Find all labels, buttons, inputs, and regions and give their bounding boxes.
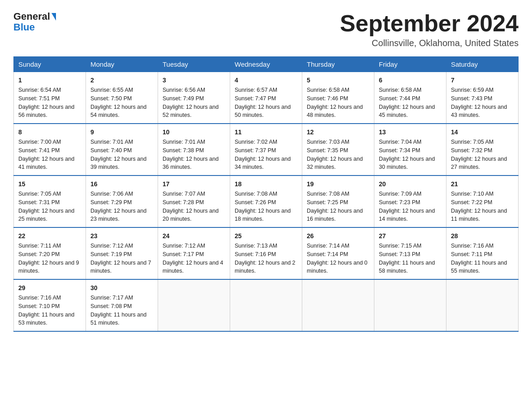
sunset-text: Sunset: 7:25 PM xyxy=(307,199,348,206)
daylight-text: Daylight: 12 hours and 50 minutes. xyxy=(235,104,291,119)
sunset-text: Sunset: 7:13 PM xyxy=(379,251,420,257)
location-subtitle: Collinsville, Oklahoma, United States xyxy=(340,38,519,48)
day-number: 25 xyxy=(235,231,297,241)
sunset-text: Sunset: 7:22 PM xyxy=(451,199,492,206)
logo-blue-label: Blue xyxy=(13,21,35,33)
sunrise-text: Sunrise: 6:59 AM xyxy=(451,87,493,93)
sunrise-text: Sunrise: 7:04 AM xyxy=(379,139,421,145)
sunrise-text: Sunrise: 6:56 AM xyxy=(163,87,205,93)
sunrise-text: Sunrise: 7:01 AM xyxy=(163,139,205,145)
sunrise-text: Sunrise: 7:13 AM xyxy=(235,243,277,249)
daylight-text: Daylight: 12 hours and 25 minutes. xyxy=(18,208,74,223)
col-friday: Friday xyxy=(374,57,446,72)
calendar-header-row: Sunday Monday Tuesday Wednesday Thursday… xyxy=(14,57,519,72)
sunset-text: Sunset: 7:10 PM xyxy=(18,303,60,309)
sunrise-text: Sunrise: 7:10 AM xyxy=(451,191,493,197)
calendar-week-row: 29Sunrise: 7:16 AMSunset: 7:10 PMDayligh… xyxy=(14,279,519,331)
col-saturday: Saturday xyxy=(446,57,519,72)
day-number: 30 xyxy=(90,283,153,293)
daylight-text: Daylight: 12 hours and 48 minutes. xyxy=(307,104,363,119)
day-number: 28 xyxy=(451,231,514,241)
daylight-text: Daylight: 12 hours and 2 minutes. xyxy=(235,260,296,274)
day-number: 4 xyxy=(235,76,297,85)
table-row: 29Sunrise: 7:16 AMSunset: 7:10 PMDayligh… xyxy=(14,279,86,331)
day-number: 5 xyxy=(307,76,369,85)
table-row: 10Sunrise: 7:01 AMSunset: 7:38 PMDayligh… xyxy=(158,124,230,176)
day-number: 8 xyxy=(18,128,81,137)
sunrise-text: Sunrise: 7:15 AM xyxy=(379,243,421,249)
table-row: 22Sunrise: 7:11 AMSunset: 7:20 PMDayligh… xyxy=(14,227,86,279)
table-row: 7Sunrise: 6:59 AMSunset: 7:43 PMDaylight… xyxy=(446,72,519,124)
table-row xyxy=(158,279,230,331)
daylight-text: Daylight: 11 hours and 55 minutes. xyxy=(451,260,507,274)
sunset-text: Sunset: 7:28 PM xyxy=(163,199,204,206)
table-row xyxy=(302,279,374,331)
sunset-text: Sunset: 7:23 PM xyxy=(379,199,420,206)
sunset-text: Sunset: 7:16 PM xyxy=(235,251,276,257)
table-row: 16Sunrise: 7:06 AMSunset: 7:29 PMDayligh… xyxy=(86,176,158,227)
title-block: September 2024 Collinsville, Oklahoma, U… xyxy=(340,11,519,48)
table-row: 2Sunrise: 6:55 AMSunset: 7:50 PMDaylight… xyxy=(86,72,158,124)
table-row: 9Sunrise: 7:01 AMSunset: 7:40 PMDaylight… xyxy=(86,124,158,176)
sunrise-text: Sunrise: 6:58 AM xyxy=(379,87,421,93)
daylight-text: Daylight: 12 hours and 34 minutes. xyxy=(235,156,291,171)
sunset-text: Sunset: 7:50 PM xyxy=(90,95,132,102)
sunrise-text: Sunrise: 7:02 AM xyxy=(235,139,277,145)
col-monday: Monday xyxy=(86,57,158,72)
sunset-text: Sunset: 7:44 PM xyxy=(379,95,420,102)
daylight-text: Daylight: 12 hours and 0 minutes. xyxy=(307,260,368,274)
sunset-text: Sunset: 7:20 PM xyxy=(18,251,60,257)
sunset-text: Sunset: 7:37 PM xyxy=(235,147,276,154)
daylight-text: Daylight: 12 hours and 16 minutes. xyxy=(307,208,363,223)
logo: GeneralBlue xyxy=(13,11,56,33)
table-row: 30Sunrise: 7:17 AMSunset: 7:08 PMDayligh… xyxy=(86,279,158,331)
col-wednesday: Wednesday xyxy=(230,57,302,72)
day-number: 6 xyxy=(379,76,442,85)
daylight-text: Daylight: 12 hours and 14 minutes. xyxy=(379,208,435,223)
sunset-text: Sunset: 7:43 PM xyxy=(451,95,492,102)
day-number: 18 xyxy=(235,180,297,189)
sunset-text: Sunset: 7:38 PM xyxy=(163,147,204,154)
table-row: 12Sunrise: 7:03 AMSunset: 7:35 PMDayligh… xyxy=(302,124,374,176)
calendar-week-row: 8Sunrise: 7:00 AMSunset: 7:41 PMDaylight… xyxy=(14,124,519,176)
day-number: 20 xyxy=(379,180,442,189)
table-row: 14Sunrise: 7:05 AMSunset: 7:32 PMDayligh… xyxy=(446,124,519,176)
sunset-text: Sunset: 7:40 PM xyxy=(90,147,132,154)
day-number: 7 xyxy=(451,76,514,85)
day-number: 22 xyxy=(18,231,81,241)
daylight-text: Daylight: 12 hours and 54 minutes. xyxy=(90,104,146,119)
sunrise-text: Sunrise: 7:05 AM xyxy=(18,191,61,197)
col-sunday: Sunday xyxy=(14,57,86,72)
sunset-text: Sunset: 7:26 PM xyxy=(235,199,276,206)
sunrise-text: Sunrise: 7:17 AM xyxy=(90,295,133,301)
day-number: 27 xyxy=(379,231,442,241)
sunset-text: Sunset: 7:47 PM xyxy=(235,95,276,102)
table-row: 5Sunrise: 6:58 AMSunset: 7:46 PMDaylight… xyxy=(302,72,374,124)
table-row: 18Sunrise: 7:08 AMSunset: 7:26 PMDayligh… xyxy=(230,176,302,227)
sunrise-text: Sunrise: 7:16 AM xyxy=(451,243,493,249)
table-row: 24Sunrise: 7:12 AMSunset: 7:17 PMDayligh… xyxy=(158,227,230,279)
sunrise-text: Sunrise: 7:09 AM xyxy=(379,191,421,197)
table-row: 15Sunrise: 7:05 AMSunset: 7:31 PMDayligh… xyxy=(14,176,86,227)
sunset-text: Sunset: 7:32 PM xyxy=(451,147,492,154)
sunrise-text: Sunrise: 7:12 AM xyxy=(163,243,205,249)
sunset-text: Sunset: 7:34 PM xyxy=(379,147,420,154)
table-row: 11Sunrise: 7:02 AMSunset: 7:37 PMDayligh… xyxy=(230,124,302,176)
sunrise-text: Sunrise: 7:06 AM xyxy=(90,191,133,197)
table-row: 26Sunrise: 7:14 AMSunset: 7:14 PMDayligh… xyxy=(302,227,374,279)
page-header: GeneralBlue September 2024 Collinsville,… xyxy=(13,11,519,48)
sunset-text: Sunset: 7:19 PM xyxy=(90,251,132,257)
table-row xyxy=(230,279,302,331)
daylight-text: Daylight: 12 hours and 4 minutes. xyxy=(163,260,223,274)
sunset-text: Sunset: 7:08 PM xyxy=(90,303,132,309)
table-row xyxy=(446,279,519,331)
daylight-text: Daylight: 11 hours and 53 minutes. xyxy=(18,312,74,326)
sunset-text: Sunset: 7:31 PM xyxy=(18,199,60,206)
sunrise-text: Sunrise: 7:14 AM xyxy=(307,243,349,249)
day-number: 24 xyxy=(163,231,225,241)
daylight-text: Daylight: 12 hours and 7 minutes. xyxy=(90,260,151,274)
day-number: 29 xyxy=(18,283,81,293)
sunrise-text: Sunrise: 6:55 AM xyxy=(90,87,133,93)
day-number: 21 xyxy=(451,180,514,189)
daylight-text: Daylight: 12 hours and 52 minutes. xyxy=(163,104,219,119)
